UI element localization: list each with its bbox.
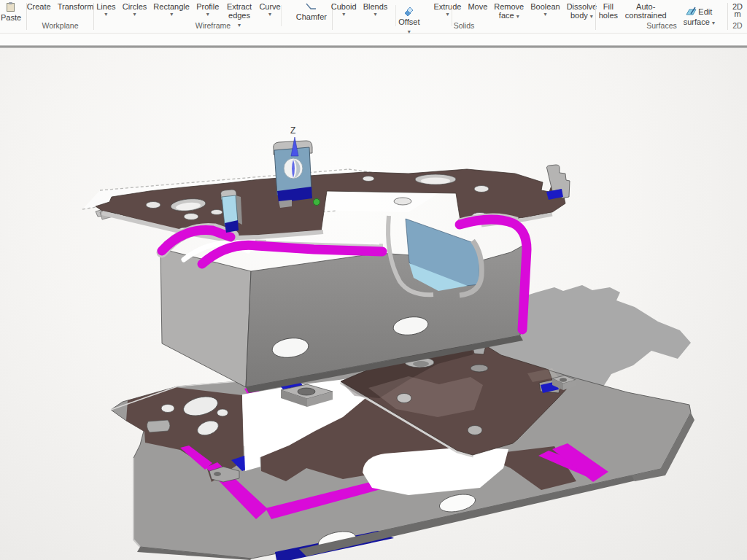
chevron-down-icon: ▾ [259,11,280,18]
bracket-left-face[interactable] [160,249,251,387]
hole [413,361,429,367]
ribbon-divider [281,5,282,26]
hole [421,178,450,184]
chevron-down-icon: ▾ [331,11,357,18]
surfaces-group-label: Surfaces [596,21,727,30]
paste-icon [7,2,15,13]
ribbon-divider [452,5,452,26]
chevron-down-icon: ▾ [516,13,519,20]
sheet-notch [147,420,170,432]
solids-group-label: Solids [333,21,595,30]
model-viewport[interactable]: Z [0,48,747,560]
fill-holes-button[interactable]: Fill holes [596,1,621,20]
hole [468,426,482,435]
vertex-marker[interactable] [314,199,320,206]
ribbon-divider [395,5,396,26]
hole [184,214,198,220]
chamfer-button[interactable]: Chamfer [291,1,332,22]
hole [298,388,315,395]
hole [471,365,488,372]
scene-canvas: Z [0,48,747,560]
ribbon-group-workplane: Create Transform Workplane [27,0,93,33]
boolean-button[interactable]: Boolean▾ [528,1,562,18]
create-button[interactable]: Create [25,1,53,12]
workplane-group-label: Workplane [27,21,93,30]
chevron-down-icon: ▾ [590,13,593,20]
hole [397,394,411,403]
hole [146,202,160,209]
circles-button[interactable]: Circles▾ [120,1,150,18]
ribbon-lower-band [0,34,747,45]
offset-icon [403,7,414,18]
chevron-down-icon: ▾ [433,11,461,18]
remove-face-button[interactable]: Remove face ▾ [492,1,526,22]
paste-button[interactable]: Paste [0,1,28,23]
2d-group-label: 2D [728,21,747,30]
2d-mode-button[interactable]: 2D m [730,1,745,18]
hole [217,409,228,416]
wireframe-group-label: Wireframe [94,21,332,30]
cuboid-button[interactable]: Cuboid▾ [329,1,359,18]
chevron-down-icon: ▾ [123,11,147,18]
dissolve-body-button[interactable]: Dissolve body ▾ [565,1,600,22]
hole [214,472,221,476]
hole [560,378,567,382]
hole [363,176,374,182]
ribbon-group-surfaces: Fill holes Auto-constrained Edit surface… [596,0,727,33]
hole [474,186,489,192]
edit-surface-icon [686,7,697,18]
profile-button[interactable]: Profile▾ [194,1,222,18]
ribbon-toolbar: Paste Create Transform Workplane Lines▾ … [0,0,747,34]
move-button[interactable]: Move [465,1,489,12]
hole [394,198,411,205]
ribbon-group-clipboard: Paste [0,0,28,33]
chevron-down-icon: ▾ [153,11,190,18]
extrude-button[interactable]: Extrude▾ [431,1,463,18]
auto-constrained-button[interactable]: Auto-constrained [623,1,669,20]
curve-button[interactable]: Curve▾ [257,1,282,18]
hole [161,405,174,413]
chamfer-icon [305,2,317,12]
chevron-down-icon: ▾ [530,11,560,18]
ribbon-group-2d: 2D m 2D [728,0,747,33]
chevron-down-icon: ▾ [363,11,388,18]
blends-button[interactable]: Blends▾ [361,1,390,18]
chevron-down-icon: ▾ [196,11,220,18]
transform-button[interactable]: Transform [55,1,96,12]
hole [211,210,222,215]
ribbon-group-wireframe: Lines▾ Circles▾ Rectangle▾ Profile▾ Extr… [94,0,332,33]
rectangle-button[interactable]: Rectangle▾ [151,1,192,18]
z-axis-label: Z [290,125,295,136]
chevron-down-icon: ▾ [96,11,116,18]
cad-application-window: Paste Create Transform Workplane Lines▾ … [0,0,747,560]
lines-button[interactable]: Lines▾ [94,1,118,18]
ribbon-group-solids: Cuboid▾ Blends▾ Offset ▾ Extrude▾ Move R… [333,0,595,33]
hook-tab[interactable] [546,165,570,200]
paste-label: Paste [1,13,21,22]
